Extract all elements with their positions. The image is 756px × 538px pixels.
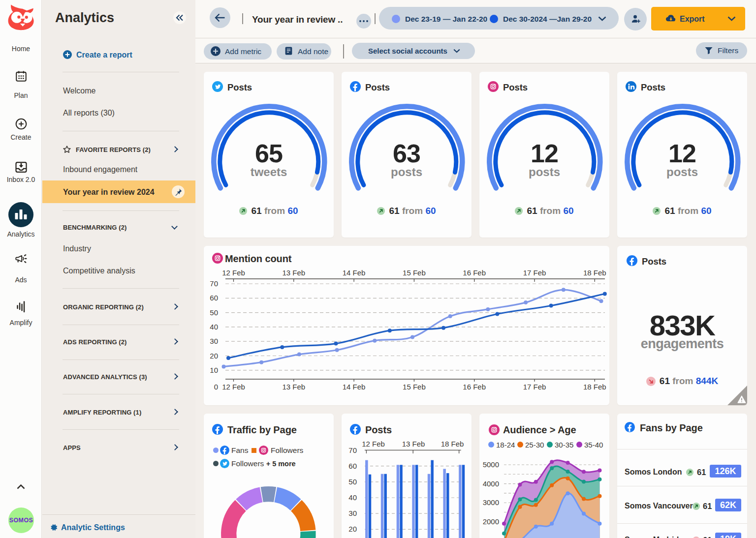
svg-text:12 Feb: 12 Feb bbox=[222, 269, 245, 277]
svg-text:60: 60 bbox=[210, 294, 218, 302]
svg-text:50: 50 bbox=[348, 478, 357, 486]
svg-text:4000: 4000 bbox=[483, 479, 499, 488]
svg-text:17 Feb: 17 Feb bbox=[523, 269, 546, 277]
svg-text:15 Feb: 15 Feb bbox=[403, 269, 426, 277]
svg-text:18 Feb: 18 Feb bbox=[441, 440, 464, 448]
svg-text:10: 10 bbox=[210, 366, 218, 374]
svg-text:17 Feb: 17 Feb bbox=[523, 383, 546, 391]
svg-text:12 Feb: 12 Feb bbox=[222, 383, 245, 391]
svg-text:70: 70 bbox=[348, 446, 357, 454]
svg-text:70: 70 bbox=[210, 279, 218, 288]
svg-text:60: 60 bbox=[348, 462, 357, 470]
svg-text:2000: 2000 bbox=[483, 517, 499, 526]
svg-text:14 Feb: 14 Feb bbox=[343, 383, 366, 391]
svg-text:16 Feb: 16 Feb bbox=[463, 383, 486, 391]
svg-text:20: 20 bbox=[348, 525, 357, 533]
svg-text:13 Feb: 13 Feb bbox=[282, 269, 305, 277]
svg-text:15 Feb: 15 Feb bbox=[403, 383, 426, 391]
svg-text:40: 40 bbox=[348, 493, 357, 502]
svg-text:13 Feb: 13 Feb bbox=[402, 440, 425, 448]
svg-text:16 Feb: 16 Feb bbox=[463, 269, 486, 277]
svg-text:20: 20 bbox=[210, 352, 218, 360]
svg-text:18 Feb: 18 Feb bbox=[583, 269, 606, 277]
svg-text:18 Feb: 18 Feb bbox=[583, 383, 606, 391]
svg-text:13 Feb: 13 Feb bbox=[282, 383, 305, 391]
svg-text:5000: 5000 bbox=[483, 460, 499, 469]
svg-text:50: 50 bbox=[210, 308, 218, 317]
svg-text:30: 30 bbox=[210, 337, 218, 345]
svg-text:40: 40 bbox=[210, 323, 218, 331]
svg-text:14 Feb: 14 Feb bbox=[343, 269, 366, 277]
svg-text:3000: 3000 bbox=[483, 498, 499, 507]
svg-text:30: 30 bbox=[348, 509, 357, 517]
svg-text:12 Feb: 12 Feb bbox=[362, 440, 385, 448]
svg-text:0: 0 bbox=[214, 383, 218, 391]
